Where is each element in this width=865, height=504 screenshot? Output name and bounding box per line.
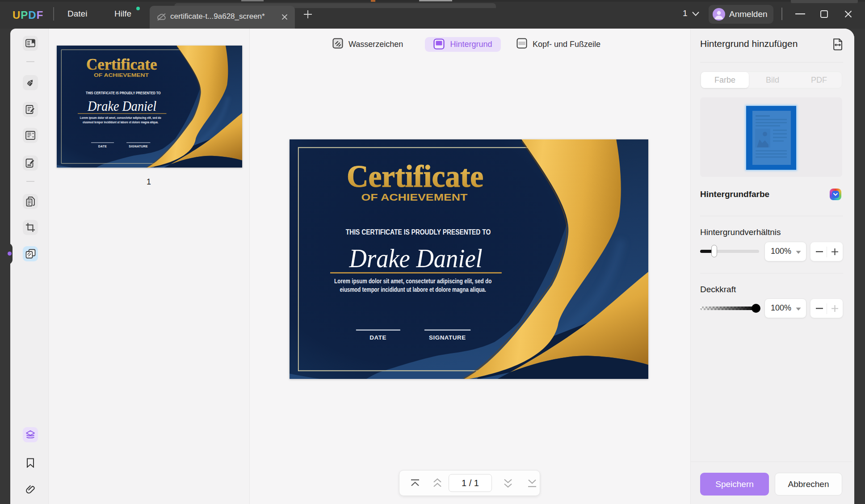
svg-text:OF ACHIEVEMENT: OF ACHIEVEMENT: [361, 192, 468, 203]
svg-text:eiusmod tempor incididunt ut l: eiusmod tempor incididunt ut labore et d…: [83, 120, 158, 124]
svg-text:Drake Daniel: Drake Daniel: [87, 99, 156, 114]
svg-text:SIGNATURE: SIGNATURE: [429, 334, 466, 341]
svg-text:Drake Daniel: Drake Daniel: [349, 244, 483, 273]
svg-text:Certificate: Certificate: [86, 55, 157, 73]
svg-text:eiusmod tempor incididunt ut l: eiusmod tempor incididunt ut labore et d…: [340, 286, 486, 293]
svg-text:Certificate: Certificate: [347, 159, 483, 193]
svg-text:Lorem ipsum dolor sit amet, co: Lorem ipsum dolor sit amet, consectetur …: [334, 277, 491, 285]
svg-text:THIS CERTIFICATE IS PROUDLY PR: THIS CERTIFICATE IS PROUDLY PRESENTED TO: [346, 228, 491, 236]
svg-text:SIGNATURE: SIGNATURE: [129, 145, 148, 148]
svg-text:DATE: DATE: [370, 334, 386, 341]
svg-text:THIS CERTIFICATE IS PROUDLY PR: THIS CERTIFICATE IS PROUDLY PRESENTED TO: [86, 91, 161, 95]
svg-text:DATE: DATE: [98, 145, 107, 148]
svg-text:Lorem ipsum dolor sit amet, co: Lorem ipsum dolor sit amet, consectetur …: [80, 116, 161, 120]
svg-text:OF ACHIEVEMENT: OF ACHIEVEMENT: [94, 72, 149, 78]
